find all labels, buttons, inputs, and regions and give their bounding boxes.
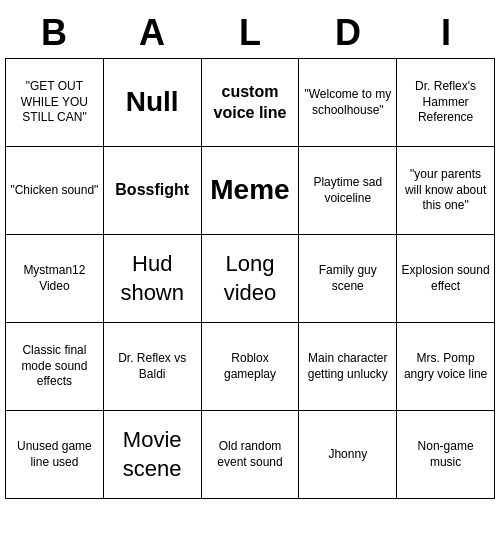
cell-3-0[interactable]: Classic final mode sound effects	[6, 323, 104, 411]
header-a: A	[103, 8, 201, 58]
cell-1-4[interactable]: "your parents will know about this one"	[397, 147, 495, 235]
cell-3-4[interactable]: Mrs. Pomp angry voice line	[397, 323, 495, 411]
header-b: B	[5, 8, 103, 58]
cell-4-3[interactable]: Jhonny	[299, 411, 397, 499]
cell-1-1[interactable]: Bossfight	[104, 147, 202, 235]
cell-3-3[interactable]: Main character getting unlucky	[299, 323, 397, 411]
cell-0-3[interactable]: "Welcome to my schoolhouse"	[299, 59, 397, 147]
cell-2-3[interactable]: Family guy scene	[299, 235, 397, 323]
header-row: B A L D I	[5, 8, 495, 58]
cell-0-2[interactable]: custom voice line	[202, 59, 300, 147]
cell-1-3[interactable]: Playtime sad voiceline	[299, 147, 397, 235]
cell-2-4[interactable]: Explosion sound effect	[397, 235, 495, 323]
cell-2-2[interactable]: Long video	[202, 235, 300, 323]
cell-2-0[interactable]: Mystman12 Video	[6, 235, 104, 323]
header-l: L	[201, 8, 299, 58]
cell-4-0[interactable]: Unused game line used	[6, 411, 104, 499]
cell-0-1[interactable]: Null	[104, 59, 202, 147]
cell-0-4[interactable]: Dr. Reflex's Hammer Reference	[397, 59, 495, 147]
cell-1-0[interactable]: "Chicken sound"	[6, 147, 104, 235]
cell-3-1[interactable]: Dr. Reflex vs Baldi	[104, 323, 202, 411]
cell-4-1[interactable]: Movie scene	[104, 411, 202, 499]
header-i: I	[397, 8, 495, 58]
cell-4-2[interactable]: Old random event sound	[202, 411, 300, 499]
cell-2-1[interactable]: Hud shown	[104, 235, 202, 323]
bingo-grid: "GET OUT WHILE YOU STILL CAN"Nullcustom …	[5, 58, 495, 499]
cell-4-4[interactable]: Non-game music	[397, 411, 495, 499]
cell-0-0[interactable]: "GET OUT WHILE YOU STILL CAN"	[6, 59, 104, 147]
cell-3-2[interactable]: Roblox gameplay	[202, 323, 300, 411]
bingo-card: B A L D I "GET OUT WHILE YOU STILL CAN"N…	[5, 8, 495, 499]
cell-1-2[interactable]: Meme	[202, 147, 300, 235]
header-d: D	[299, 8, 397, 58]
